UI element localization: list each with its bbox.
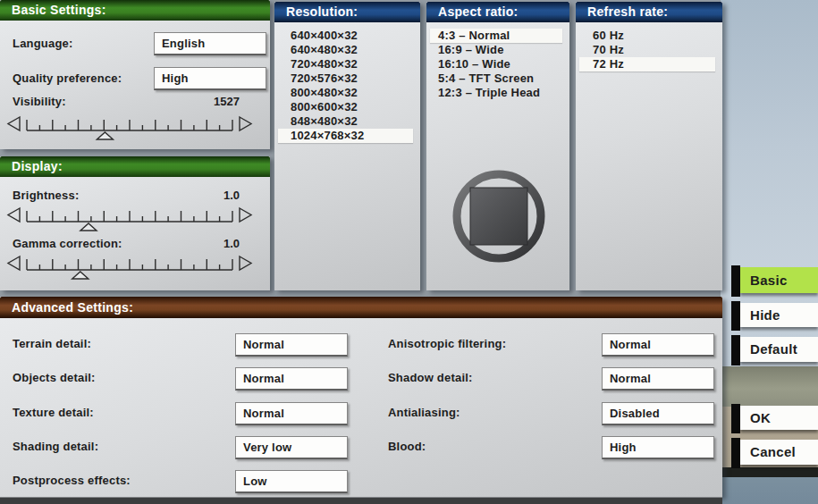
objects-detail-select[interactable]: Normal bbox=[235, 367, 348, 391]
terrain-detail-select[interactable]: Normal bbox=[235, 333, 348, 357]
antialiasing-label: Antialiasing: bbox=[388, 406, 460, 419]
postprocess-effects-label: Postprocess effects: bbox=[13, 474, 131, 487]
terrain-background bbox=[721, 366, 818, 407]
cancel-button[interactable]: Cancel bbox=[740, 440, 818, 465]
visibility-slider[interactable] bbox=[5, 113, 254, 142]
button-edge-bar bbox=[731, 301, 740, 331]
button-edge-bar bbox=[731, 335, 740, 365]
quality-preference-label: Quality preference: bbox=[13, 71, 122, 85]
list-item-12-3-triple-head[interactable]: 12:3 – Triple Head bbox=[430, 86, 562, 100]
antialiasing-select[interactable]: Disabled bbox=[602, 402, 714, 425]
language-label: Language: bbox=[13, 37, 73, 50]
bottom-bar bbox=[0, 497, 722, 504]
brightness-value: 1.0 bbox=[152, 189, 240, 202]
basic-button[interactable]: Basic bbox=[740, 267, 818, 293]
aspect-preview-icon bbox=[445, 163, 552, 270]
button-edge-bar bbox=[731, 438, 740, 468]
shadow-detail-select[interactable]: Normal bbox=[602, 367, 714, 391]
list-item-72-hz[interactable]: 72 Hz bbox=[579, 57, 715, 71]
refresh-rate-header: Refresh rate: bbox=[576, 2, 722, 22]
gamma-correction-slider[interactable] bbox=[5, 252, 254, 281]
brightness-label: Brightness: bbox=[13, 189, 79, 202]
shading-detail-label: Shading detail: bbox=[13, 440, 98, 453]
visibility-value: 1527 bbox=[152, 95, 240, 108]
shadow-band bbox=[721, 467, 818, 477]
hide-button[interactable]: Hide bbox=[740, 303, 818, 327]
anisotropic-filtering-select[interactable]: Normal bbox=[602, 333, 714, 357]
gamma-correction-value: 1.0 bbox=[152, 237, 240, 250]
visibility-label: Visibility: bbox=[13, 95, 66, 108]
list-item-800-600-32[interactable]: 800×600×32 bbox=[278, 100, 413, 114]
gamma-correction-label: Gamma correction: bbox=[13, 237, 122, 250]
objects-detail-label: Objects detail: bbox=[13, 371, 96, 384]
list-item-848-480-32[interactable]: 848×480×32 bbox=[278, 114, 413, 129]
resolution-header: Resolution: bbox=[274, 2, 420, 22]
texture-detail-select[interactable]: Normal bbox=[235, 402, 348, 425]
list-item-60-hz[interactable]: 60 Hz bbox=[579, 29, 715, 43]
list-item-70-hz[interactable]: 70 Hz bbox=[579, 43, 715, 57]
shadow-detail-label: Shadow detail: bbox=[388, 371, 473, 384]
basic-settings-header: Basic Settings: bbox=[0, 0, 270, 21]
resolution-list: 640×400×32640×480×32720×480×32720×576×32… bbox=[274, 29, 420, 143]
ok-button[interactable]: OK bbox=[740, 406, 818, 430]
list-item-640-400-32[interactable]: 640×400×32 bbox=[278, 29, 413, 43]
list-item-5-4-tft-screen[interactable]: 5:4 – TFT Screen bbox=[430, 71, 562, 86]
panel-refresh-rate: Refresh rate: 60 Hz70 Hz72 Hz bbox=[576, 2, 722, 290]
water-background bbox=[721, 477, 818, 504]
texture-detail-label: Texture detail: bbox=[13, 406, 94, 419]
aspect-ratio-list: 4:3 – Normal16:9 – Wide16:10 – Wide5:4 –… bbox=[426, 29, 569, 100]
quality-preference-select[interactable]: High bbox=[154, 67, 266, 90]
blood-label: Blood: bbox=[388, 440, 426, 453]
list-item-1024-768-32[interactable]: 1024×768×32 bbox=[278, 129, 413, 143]
panel-display: Display: Brightness: 1.0 Gamma correctio… bbox=[0, 156, 270, 290]
anisotropic-filtering-label: Anisotropic filtering: bbox=[388, 337, 506, 350]
video-options-screen: Basic Settings: Language: English Qualit… bbox=[0, 0, 818, 504]
terrain-detail-label: Terrain detail: bbox=[13, 337, 91, 350]
advanced-settings-header: Advanced Settings: bbox=[0, 297, 722, 318]
panel-advanced-settings: Advanced Settings: Terrain detail:Normal… bbox=[0, 297, 722, 497]
right-arrow-icon bbox=[240, 256, 251, 270]
panel-aspect-ratio: Aspect ratio: 4:3 – Normal16:9 – Wide16:… bbox=[426, 2, 569, 290]
up-triangle-icon bbox=[72, 272, 89, 279]
list-item-800-480-32[interactable]: 800×480×32 bbox=[278, 86, 413, 100]
up-triangle-icon bbox=[80, 223, 97, 231]
button-edge-bar bbox=[731, 404, 740, 433]
list-item-720-576-32[interactable]: 720×576×32 bbox=[278, 71, 413, 86]
up-triangle-icon bbox=[97, 132, 113, 139]
right-arrow-icon bbox=[240, 208, 251, 222]
list-item-720-480-32[interactable]: 720×480×32 bbox=[278, 57, 413, 71]
brightness-slider[interactable] bbox=[5, 204, 254, 233]
default-button[interactable]: Default bbox=[740, 337, 818, 362]
aspect-ratio-header: Aspect ratio: bbox=[426, 2, 569, 22]
right-arrow-icon bbox=[240, 117, 251, 130]
left-arrow-icon bbox=[8, 208, 20, 222]
refresh-rate-list: 60 Hz70 Hz72 Hz bbox=[576, 29, 722, 71]
list-item-4-3-normal[interactable]: 4:3 – Normal bbox=[430, 29, 562, 43]
list-item-640-480-32[interactable]: 640×480×32 bbox=[278, 43, 413, 57]
shading-detail-select[interactable]: Very low bbox=[235, 436, 348, 459]
panel-basic-settings: Basic Settings: Language: English Qualit… bbox=[0, 0, 270, 149]
left-arrow-icon bbox=[8, 117, 20, 130]
button-edge-bar bbox=[731, 265, 740, 297]
language-select[interactable]: English bbox=[154, 32, 266, 55]
display-header: Display: bbox=[0, 156, 270, 177]
list-item-16-10-wide[interactable]: 16:10 – Wide bbox=[430, 57, 562, 71]
blood-select[interactable]: High bbox=[602, 436, 714, 459]
panel-resolution: Resolution: 640×400×32640×480×32720×480×… bbox=[274, 2, 420, 290]
left-arrow-icon bbox=[8, 256, 20, 270]
list-item-16-9-wide[interactable]: 16:9 – Wide bbox=[430, 43, 562, 57]
postprocess-effects-select[interactable]: Low bbox=[235, 470, 348, 493]
